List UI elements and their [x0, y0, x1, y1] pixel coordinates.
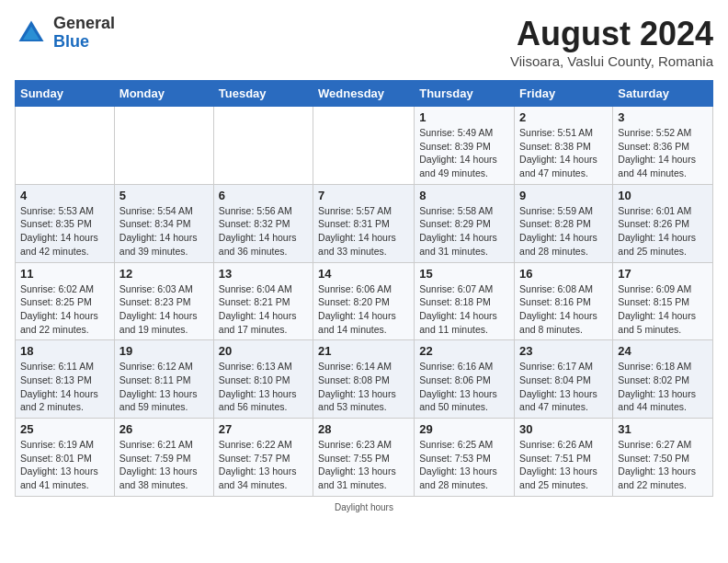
day-info-20: Sunrise: 6:13 AMSunset: 8:10 PMDaylight:…: [219, 360, 308, 414]
day-number-10: 10: [618, 189, 708, 202]
day-number-14: 14: [318, 267, 409, 281]
day-info-12: Sunrise: 6:03 AMSunset: 8:23 PMDaylight:…: [119, 282, 209, 337]
cell-w5-d6: 30Sunrise: 6:26 AMSunset: 7:51 PMDayligh…: [515, 419, 613, 497]
day-info-7: Sunrise: 5:57 AMSunset: 8:31 PMDaylight:…: [318, 204, 409, 259]
day-info-6: Sunrise: 5:56 AMSunset: 8:32 PMDaylight:…: [219, 204, 308, 259]
calendar-subtitle: Viisoara, Vaslui County, Romania: [510, 53, 713, 69]
day-number-4: 4: [20, 189, 109, 202]
calendar-table: Sunday Monday Tuesday Wednesday Thursday…: [15, 80, 713, 497]
day-info-22: Sunrise: 6:16 AMSunset: 8:06 PMDaylight:…: [419, 360, 509, 414]
cell-w4-d1: 18Sunrise: 6:11 AMSunset: 8:13 PMDayligh…: [16, 340, 115, 419]
day-info-11: Sunrise: 6:02 AMSunset: 8:25 PMDaylight:…: [20, 282, 109, 337]
day-info-15: Sunrise: 6:07 AMSunset: 8:18 PMDaylight:…: [419, 282, 509, 337]
header: General Blue August 2024 Viisoara, Vaslu…: [15, 15, 713, 69]
day-number-8: 8: [419, 189, 509, 202]
cell-w5-d4: 28Sunrise: 6:23 AMSunset: 7:55 PMDayligh…: [313, 419, 415, 497]
header-saturday: Saturday: [613, 81, 713, 107]
logo-text: General Blue: [53, 15, 115, 52]
cell-w5-d2: 26Sunrise: 6:21 AMSunset: 7:59 PMDayligh…: [114, 419, 213, 497]
day-number-22: 22: [419, 344, 509, 358]
calendar-title: August 2024: [510, 15, 713, 53]
day-info-26: Sunrise: 6:21 AMSunset: 7:59 PMDaylight:…: [119, 438, 209, 492]
cell-w1-d2: [114, 107, 213, 185]
day-info-16: Sunrise: 6:08 AMSunset: 8:16 PMDaylight:…: [519, 282, 608, 337]
cell-w5-d5: 29Sunrise: 6:25 AMSunset: 7:53 PMDayligh…: [415, 419, 515, 497]
day-number-23: 23: [519, 344, 608, 358]
header-sunday: Sunday: [16, 81, 115, 107]
day-number-30: 30: [519, 422, 608, 436]
daylight-note: Daylight hours: [15, 502, 713, 512]
cell-w4-d6: 23Sunrise: 6:17 AMSunset: 8:04 PMDayligh…: [515, 340, 613, 419]
day-info-25: Sunrise: 6:19 AMSunset: 8:01 PMDaylight:…: [20, 438, 109, 492]
day-info-4: Sunrise: 5:53 AMSunset: 8:35 PMDaylight:…: [20, 204, 109, 259]
day-info-10: Sunrise: 6:01 AMSunset: 8:26 PMDaylight:…: [618, 204, 708, 259]
day-number-24: 24: [618, 344, 708, 358]
day-number-20: 20: [219, 344, 308, 358]
day-info-27: Sunrise: 6:22 AMSunset: 7:57 PMDaylight:…: [219, 438, 308, 492]
day-number-6: 6: [219, 189, 308, 202]
day-number-19: 19: [119, 344, 209, 358]
cell-w2-d4: 7Sunrise: 5:57 AMSunset: 8:31 PMDaylight…: [313, 184, 415, 262]
cell-w2-d3: 6Sunrise: 5:56 AMSunset: 8:32 PMDaylight…: [213, 184, 313, 262]
week-row-5: 25Sunrise: 6:19 AMSunset: 8:01 PMDayligh…: [16, 419, 713, 497]
day-number-16: 16: [519, 267, 608, 281]
day-number-1: 1: [419, 110, 509, 124]
day-info-31: Sunrise: 6:27 AMSunset: 7:50 PMDaylight:…: [618, 438, 708, 492]
cell-w3-d4: 14Sunrise: 6:06 AMSunset: 8:20 PMDayligh…: [313, 262, 415, 340]
cell-w3-d7: 17Sunrise: 6:09 AMSunset: 8:15 PMDayligh…: [613, 262, 713, 340]
cell-w4-d3: 20Sunrise: 6:13 AMSunset: 8:10 PMDayligh…: [213, 340, 313, 419]
cell-w5-d3: 27Sunrise: 6:22 AMSunset: 7:57 PMDayligh…: [213, 419, 313, 497]
calendar-body: 1Sunrise: 5:49 AMSunset: 8:39 PMDaylight…: [16, 107, 713, 497]
week-row-2: 4Sunrise: 5:53 AMSunset: 8:35 PMDaylight…: [16, 184, 713, 262]
day-number-7: 7: [318, 189, 409, 202]
day-info-28: Sunrise: 6:23 AMSunset: 7:55 PMDaylight:…: [318, 438, 409, 492]
day-info-9: Sunrise: 5:59 AMSunset: 8:28 PMDaylight:…: [519, 204, 608, 259]
day-info-1: Sunrise: 5:49 AMSunset: 8:39 PMDaylight:…: [419, 126, 509, 180]
day-info-23: Sunrise: 6:17 AMSunset: 8:04 PMDaylight:…: [519, 360, 608, 414]
day-number-2: 2: [519, 110, 608, 124]
day-info-13: Sunrise: 6:04 AMSunset: 8:21 PMDaylight:…: [219, 282, 308, 337]
day-number-5: 5: [119, 189, 209, 202]
cell-w1-d3: [213, 107, 313, 185]
cell-w4-d5: 22Sunrise: 6:16 AMSunset: 8:06 PMDayligh…: [415, 340, 515, 419]
day-info-8: Sunrise: 5:58 AMSunset: 8:29 PMDaylight:…: [419, 204, 509, 259]
day-number-9: 9: [519, 189, 608, 202]
day-info-21: Sunrise: 6:14 AMSunset: 8:08 PMDaylight:…: [318, 360, 409, 414]
day-info-19: Sunrise: 6:12 AMSunset: 8:11 PMDaylight:…: [119, 360, 209, 414]
day-info-29: Sunrise: 6:25 AMSunset: 7:53 PMDaylight:…: [419, 438, 509, 492]
cell-w1-d6: 2Sunrise: 5:51 AMSunset: 8:38 PMDaylight…: [515, 107, 613, 185]
day-number-28: 28: [318, 422, 409, 436]
day-number-25: 25: [20, 422, 109, 436]
week-row-3: 11Sunrise: 6:02 AMSunset: 8:25 PMDayligh…: [16, 262, 713, 340]
logo-blue: Blue: [53, 32, 89, 51]
day-number-3: 3: [618, 110, 708, 124]
day-info-14: Sunrise: 6:06 AMSunset: 8:20 PMDaylight:…: [318, 282, 409, 337]
day-info-3: Sunrise: 5:52 AMSunset: 8:36 PMDaylight:…: [618, 126, 708, 180]
cell-w5-d7: 31Sunrise: 6:27 AMSunset: 7:50 PMDayligh…: [613, 419, 713, 497]
header-friday: Friday: [515, 81, 613, 107]
cell-w3-d6: 16Sunrise: 6:08 AMSunset: 8:16 PMDayligh…: [515, 262, 613, 340]
cell-w2-d5: 8Sunrise: 5:58 AMSunset: 8:29 PMDaylight…: [415, 184, 515, 262]
day-number-13: 13: [219, 267, 308, 281]
day-number-27: 27: [219, 422, 308, 436]
cell-w4-d4: 21Sunrise: 6:14 AMSunset: 8:08 PMDayligh…: [313, 340, 415, 419]
day-number-21: 21: [318, 344, 409, 358]
week-row-4: 18Sunrise: 6:11 AMSunset: 8:13 PMDayligh…: [16, 340, 713, 419]
day-number-26: 26: [119, 422, 209, 436]
cell-w2-d7: 10Sunrise: 6:01 AMSunset: 8:26 PMDayligh…: [613, 184, 713, 262]
cell-w3-d2: 12Sunrise: 6:03 AMSunset: 8:23 PMDayligh…: [114, 262, 213, 340]
day-info-30: Sunrise: 6:26 AMSunset: 7:51 PMDaylight:…: [519, 438, 608, 492]
cell-w1-d7: 3Sunrise: 5:52 AMSunset: 8:36 PMDaylight…: [613, 107, 713, 185]
day-number-17: 17: [618, 267, 708, 281]
cell-w4-d2: 19Sunrise: 6:12 AMSunset: 8:11 PMDayligh…: [114, 340, 213, 419]
day-info-24: Sunrise: 6:18 AMSunset: 8:02 PMDaylight:…: [618, 360, 708, 414]
cell-w3-d3: 13Sunrise: 6:04 AMSunset: 8:21 PMDayligh…: [213, 262, 313, 340]
cell-w3-d1: 11Sunrise: 6:02 AMSunset: 8:25 PMDayligh…: [16, 262, 115, 340]
cell-w3-d5: 15Sunrise: 6:07 AMSunset: 8:18 PMDayligh…: [415, 262, 515, 340]
cell-w2-d1: 4Sunrise: 5:53 AMSunset: 8:35 PMDaylight…: [16, 184, 115, 262]
day-number-12: 12: [119, 267, 209, 281]
cell-w2-d6: 9Sunrise: 5:59 AMSunset: 8:28 PMDaylight…: [515, 184, 613, 262]
logo-icon: [15, 17, 48, 50]
header-thursday: Thursday: [415, 81, 515, 107]
week-row-1: 1Sunrise: 5:49 AMSunset: 8:39 PMDaylight…: [16, 107, 713, 185]
